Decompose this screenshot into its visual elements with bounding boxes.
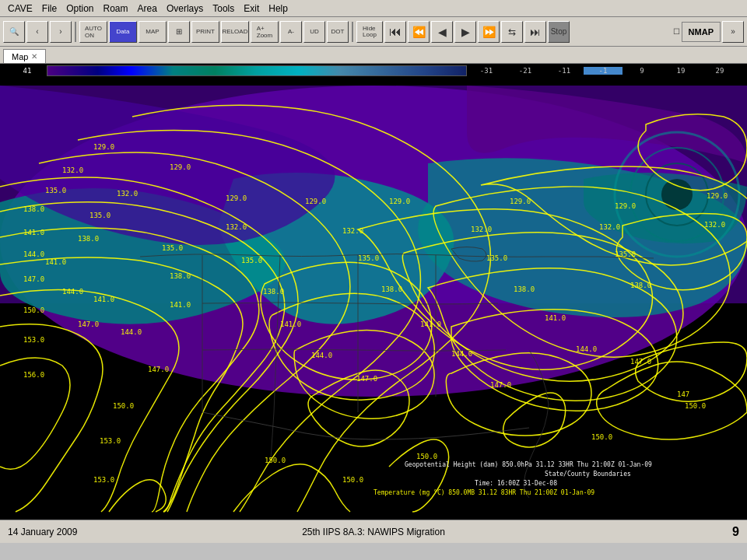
svg-text:138.0: 138.0 bbox=[78, 235, 99, 243]
svg-text:Time: 16:00Z 31-Dec-08: Time: 16:00Z 31-Dec-08 bbox=[475, 480, 557, 487]
svg-text:135.0: 135.0 bbox=[89, 212, 110, 219]
colorscale-bar: 41 -31 -21 -11 -1 9 19 29 bbox=[0, 64, 747, 78]
nmap-button[interactable]: NMAP bbox=[682, 22, 721, 42]
svg-text:144.0: 144.0 bbox=[121, 328, 142, 336]
menu-roam[interactable]: Roam bbox=[99, 2, 133, 16]
svg-text:132.0: 132.0 bbox=[342, 227, 363, 235]
skip-end-btn[interactable]: ⏭ bbox=[524, 21, 546, 43]
svg-text:144.0: 144.0 bbox=[23, 250, 44, 258]
svg-text:138.0: 138.0 bbox=[381, 285, 402, 293]
nav-forward-btn[interactable]: › bbox=[50, 21, 72, 43]
nav-back-btn[interactable]: ‹ bbox=[26, 21, 48, 43]
svg-text:147.0: 147.0 bbox=[23, 275, 44, 283]
svg-text:141.0: 141.0 bbox=[170, 301, 191, 309]
svg-text:132.0: 132.0 bbox=[599, 223, 620, 231]
svg-text:129.0: 129.0 bbox=[615, 202, 636, 210]
grid-btn[interactable]: ⊞ bbox=[168, 21, 190, 43]
menu-tools[interactable]: Tools bbox=[208, 2, 239, 16]
scale-val-2: -21 bbox=[506, 67, 545, 75]
play-prev-btn[interactable]: ⏪ bbox=[408, 21, 430, 43]
map-container[interactable]: 156.0 153.0 153.0 153.0 150.0 150.0 150.… bbox=[0, 78, 747, 520]
auto-update-btn[interactable]: AUTOON bbox=[79, 21, 107, 43]
tab-close-icon[interactable]: ✕ bbox=[31, 52, 37, 61]
menu-file[interactable]: File bbox=[37, 2, 61, 16]
menu-area[interactable]: Area bbox=[133, 2, 162, 16]
play-next-btn[interactable]: ⏩ bbox=[478, 21, 500, 43]
dot-btn[interactable]: DOT bbox=[327, 21, 349, 43]
menu-help[interactable]: Help bbox=[264, 2, 293, 16]
tab-label: Map bbox=[12, 52, 28, 61]
svg-text:138.0: 138.0 bbox=[630, 282, 651, 289]
skip-start-btn[interactable]: ⏮ bbox=[384, 21, 406, 43]
menu-cave[interactable]: CAVE bbox=[3, 2, 37, 16]
play-rev-btn[interactable]: ◀ bbox=[431, 21, 453, 43]
svg-text:153.0: 153.0 bbox=[100, 437, 121, 445]
svg-text:138.0: 138.0 bbox=[170, 272, 191, 280]
svg-text:156.0: 156.0 bbox=[23, 371, 44, 379]
separator-2 bbox=[352, 22, 353, 42]
menu-overlays[interactable]: Overlays bbox=[162, 2, 208, 16]
svg-text:150.0: 150.0 bbox=[265, 457, 286, 464]
svg-text:132.0: 132.0 bbox=[471, 226, 492, 233]
svg-text:141.0: 141.0 bbox=[93, 296, 114, 303]
svg-text:129.0: 129.0 bbox=[226, 194, 247, 202]
zoom-out-btn[interactable]: A- bbox=[280, 21, 302, 43]
svg-text:141.0: 141.0 bbox=[280, 320, 301, 328]
status-date: 14 January 2009 bbox=[8, 527, 191, 537]
map-tab[interactable]: Map ✕ bbox=[3, 49, 46, 63]
menu-option[interactable]: Option bbox=[61, 2, 98, 16]
zoom-in-btn[interactable]: A+Zoom bbox=[251, 21, 279, 43]
svg-text:153.0: 153.0 bbox=[23, 336, 44, 344]
hide-loop-btn[interactable]: HideLoop bbox=[356, 21, 383, 43]
expand-btn[interactable]: » bbox=[722, 21, 744, 43]
svg-text:144.0: 144.0 bbox=[451, 350, 472, 358]
svg-text:State/County Boundaries: State/County Boundaries bbox=[545, 471, 631, 478]
svg-text:138.0: 138.0 bbox=[23, 205, 44, 213]
status-bar: 14 January 2009 25th IIPS 8A.3: NAWIPS M… bbox=[0, 520, 747, 543]
svg-text:147.0: 147.0 bbox=[630, 358, 651, 366]
play-fwd-btn[interactable]: ▶ bbox=[454, 21, 476, 43]
separator-1 bbox=[75, 22, 76, 42]
svg-text:144.0: 144.0 bbox=[62, 288, 83, 296]
svg-text:150.0: 150.0 bbox=[23, 306, 44, 314]
svg-text:129.0: 129.0 bbox=[707, 192, 728, 200]
svg-text:147.0: 147.0 bbox=[148, 366, 169, 373]
svg-text:150.0: 150.0 bbox=[113, 402, 134, 410]
scale-val-3: -11 bbox=[545, 67, 584, 75]
svg-text:150.0: 150.0 bbox=[342, 476, 363, 484]
zoom-btn[interactable]: 🔍 bbox=[3, 21, 25, 43]
svg-point-6 bbox=[661, 179, 693, 210]
svg-text:153.0: 153.0 bbox=[93, 476, 114, 484]
menu-exit[interactable]: Exit bbox=[239, 2, 264, 16]
svg-text:150.0: 150.0 bbox=[591, 433, 612, 441]
map-btn[interactable]: MAP bbox=[139, 21, 167, 43]
status-title: 25th IIPS 8A.3: NAWIPS Migration bbox=[191, 527, 556, 537]
data-btn[interactable]: Data bbox=[109, 21, 137, 43]
scale-val-7: 29 bbox=[700, 67, 739, 75]
svg-text:144.0: 144.0 bbox=[576, 345, 597, 353]
tab-bar: Map ✕ bbox=[0, 47, 747, 64]
scale-val-4: -1 bbox=[584, 67, 622, 75]
svg-text:135.0: 135.0 bbox=[241, 257, 262, 264]
svg-text:150.0: 150.0 bbox=[416, 453, 437, 460]
toolbar: 🔍 ‹ › AUTOON Data MAP ⊞ PRINT RELOAD A+Z… bbox=[0, 17, 747, 47]
svg-text:129.0: 129.0 bbox=[305, 198, 326, 205]
svg-text:135.0: 135.0 bbox=[615, 250, 636, 258]
scale-val-6: 19 bbox=[661, 67, 700, 75]
print-btn[interactable]: PRINT bbox=[191, 21, 219, 43]
svg-text:129.0: 129.0 bbox=[510, 198, 531, 205]
scale-val-0: 41 bbox=[8, 67, 47, 75]
svg-text:135.0: 135.0 bbox=[486, 254, 507, 262]
scale-val-5: 9 bbox=[622, 67, 661, 75]
map-svg: 156.0 153.0 153.0 153.0 150.0 150.0 150.… bbox=[0, 78, 747, 520]
scale-gradient bbox=[47, 65, 467, 76]
reload-btn[interactable]: RELOAD bbox=[221, 21, 249, 43]
svg-text:132.0: 132.0 bbox=[704, 221, 725, 229]
stop-btn[interactable]: Stop bbox=[548, 21, 570, 43]
svg-text:129.0: 129.0 bbox=[170, 163, 191, 171]
ud-btn[interactable]: UD bbox=[303, 21, 325, 43]
play-loop-btn[interactable]: ⇆ bbox=[501, 21, 523, 43]
svg-text:141.0: 141.0 bbox=[23, 229, 44, 236]
status-page: 9 bbox=[556, 525, 739, 539]
svg-text:129.0: 129.0 bbox=[93, 143, 114, 151]
